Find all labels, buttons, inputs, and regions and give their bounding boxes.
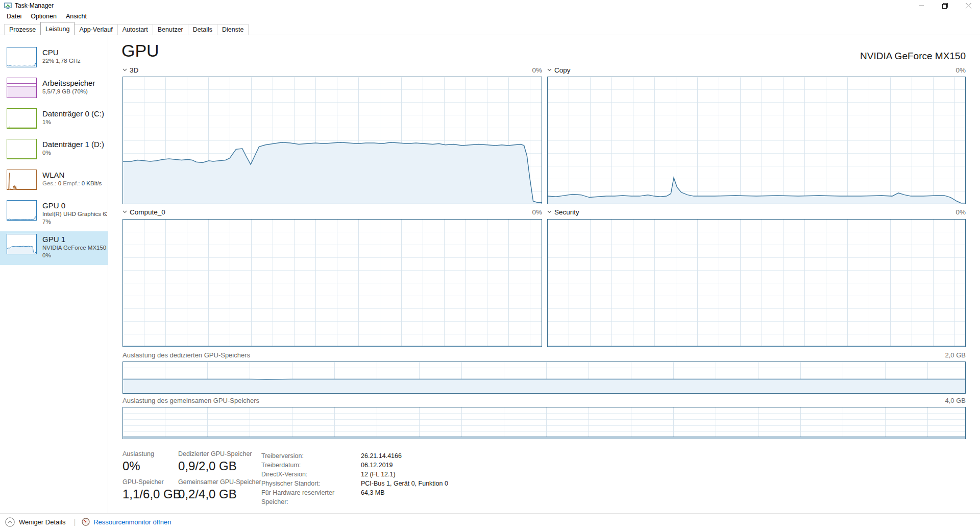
gpu-device-name: NVIDIA GeForce MX150 <box>860 51 966 62</box>
sidebar-cpu-title: CPU <box>42 47 107 57</box>
sidebar-item-disk0[interactable]: Datenträger 0 (C:) 1% <box>0 106 108 136</box>
tab-leistung[interactable]: Leistung <box>40 22 75 35</box>
sidebar-gpu0-percent: 7% <box>42 218 107 226</box>
page-title: GPU <box>121 41 159 61</box>
gpu1-thumbnail-chart <box>7 234 37 254</box>
hardware-reserved-memory-row: Für Hardware reservierter Speicher: 64,3… <box>261 488 448 507</box>
open-resource-monitor-link[interactable]: Ressourcenmonitor öffnen <box>82 518 171 526</box>
menu-ansicht[interactable]: Ansicht <box>61 12 91 21</box>
engine-selector-security[interactable]: Security <box>547 208 579 216</box>
engine-security-percent: 0% <box>955 208 966 216</box>
engine-compute0-percent: 0% <box>532 208 542 216</box>
chevron-down-icon <box>122 68 127 71</box>
chart-dedicated-memory[interactable] <box>122 362 966 394</box>
sidebar-wlan-sub: Ges.: 0 Empf.: 0 KBit/s <box>42 180 107 187</box>
shared-memory-max: 4,0 GB <box>945 397 966 405</box>
sidebar-gpu0-sub: Intel(R) UHD Graphics 620 <box>42 210 107 218</box>
sidebar-memory-sub: 5,5/7,9 GB (70%) <box>42 88 107 95</box>
footer-separator: | <box>74 518 76 526</box>
driver-version-row: Treiberversion: 26.21.14.4166 <box>261 451 448 461</box>
sidebar-item-cpu[interactable]: CPU 22% 1,78 GHz <box>0 44 108 75</box>
sidebar-gpu1-percent: 0% <box>42 252 107 259</box>
dedicated-memory-header: Auslastung des dedizierten GPU-Speichers… <box>122 351 966 359</box>
tab-autostart[interactable]: Autostart <box>117 24 153 35</box>
sidebar-memory-title: Arbeitsspeicher <box>42 78 107 88</box>
stats-column-3: Treiberversion: 26.21.14.4166 Treiberdat… <box>261 451 448 507</box>
memory-thumbnail-chart <box>7 78 37 98</box>
disk1-thumbnail-chart <box>7 139 37 159</box>
dedicated-memory-stat-label: Dedizierter GPU-Speicher <box>178 450 261 457</box>
chart-copy[interactable] <box>547 77 966 204</box>
disk0-thumbnail-chart <box>7 108 37 129</box>
directx-version-row: DirectX-Version: 12 (FL 12.1) <box>261 470 448 479</box>
sidebar-wlan-title: WLAN <box>42 170 107 180</box>
engine-header-copy: Copy 0% <box>547 65 966 75</box>
resource-monitor-gauge-icon <box>82 518 90 526</box>
engine-selector-copy[interactable]: Copy <box>547 66 571 74</box>
task-manager-app-icon <box>4 2 12 10</box>
menu-optionen[interactable]: Optionen <box>26 12 61 21</box>
tab-benutzer[interactable]: Benutzer <box>153 24 188 35</box>
tab-strip: Prozesse Leistung App-Verlauf Autostart … <box>0 21 980 35</box>
chevron-up-circle-icon <box>5 517 15 527</box>
sidebar-disk1-title: Datenträger 1 (D:) <box>42 139 107 149</box>
less-details-button[interactable]: Weniger Details <box>5 517 66 527</box>
tab-details[interactable]: Details <box>188 24 217 35</box>
sidebar-disk0-sub: 1% <box>42 118 107 126</box>
stats-column-1: Auslastung 0% GPU-Speicher 1,1/6,0 GB <box>122 450 181 501</box>
engine-3d-percent: 0% <box>532 66 542 74</box>
title-bar: Task-Manager <box>0 0 980 11</box>
driver-date-row: Treiberdatum: 06.12.2019 <box>261 461 448 470</box>
chart-shared-memory[interactable] <box>122 407 966 439</box>
engine-selector-3d[interactable]: 3D <box>122 66 138 74</box>
dedicated-memory-stat-value: 0,9/2,0 GB <box>178 459 261 473</box>
tab-app-verlauf[interactable]: App-Verlauf <box>74 24 117 35</box>
window-controls <box>910 0 980 11</box>
chart-security[interactable] <box>547 219 966 347</box>
gpu-memory-label: GPU-Speicher <box>122 478 181 486</box>
shared-memory-label: Auslastung des gemeinsamen GPU-Speichers <box>122 397 259 405</box>
performance-sidebar: CPU 22% 1,78 GHz Arbeitsspeicher 5,5/7,9… <box>0 35 108 513</box>
dedicated-memory-label: Auslastung des dedizierten GPU-Speichers <box>122 351 250 359</box>
tab-dienste[interactable]: Dienste <box>217 24 249 35</box>
chevron-down-icon <box>547 68 552 71</box>
sidebar-gpu1-title: GPU 1 <box>42 234 107 244</box>
chevron-down-icon <box>122 210 127 213</box>
sidebar-disk0-title: Datenträger 0 (C:) <box>42 109 107 118</box>
sidebar-item-disk1[interactable]: Datenträger 1 (D:) 0% <box>0 136 108 167</box>
shared-memory-header: Auslastung des gemeinsamen GPU-Speichers… <box>122 397 966 405</box>
gpu-memory-value: 1,1/6,0 GB <box>122 487 181 501</box>
physical-location-row: Physischer Standort: PCI-Bus 1, Gerät 0,… <box>261 479 448 488</box>
chart-compute0[interactable] <box>122 219 542 347</box>
close-button[interactable] <box>957 0 980 11</box>
engine-selector-compute0[interactable]: Compute_0 <box>122 208 165 216</box>
tab-prozesse[interactable]: Prozesse <box>4 24 41 35</box>
restore-button[interactable] <box>933 0 957 11</box>
sidebar-item-gpu0[interactable]: GPU 0 Intel(R) UHD Graphics 620 7% <box>0 198 108 231</box>
wlan-thumbnail-chart <box>7 170 37 190</box>
sidebar-item-wlan[interactable]: WLAN Ges.: 0 Empf.: 0 KBit/s <box>0 167 108 198</box>
shared-memory-stat-label: Gemeinsamer GPU-Speicher <box>178 478 261 486</box>
sidebar-gpu0-title: GPU 0 <box>42 201 107 210</box>
engine-header-compute0: Compute_0 0% <box>122 207 542 216</box>
shared-memory-stat-value: 0,2/4,0 GB <box>178 487 261 501</box>
resource-monitor-link-text: Ressourcenmonitor öffnen <box>93 518 171 526</box>
window-title: Task-Manager <box>15 2 54 9</box>
sidebar-item-memory[interactable]: Arbeitsspeicher 5,5/7,9 GB (70%) <box>0 75 108 106</box>
menu-datei[interactable]: Datei <box>2 12 26 21</box>
stats-column-2: Dedizierter GPU-Speicher 0,9/2,0 GB Geme… <box>178 450 261 501</box>
sidebar-item-gpu1[interactable]: GPU 1 NVIDIA GeForce MX150 0% <box>0 231 108 265</box>
sidebar-gpu1-sub: NVIDIA GeForce MX150 <box>42 244 107 252</box>
gpu0-thumbnail-chart <box>7 200 37 221</box>
minimize-icon <box>919 3 924 9</box>
sidebar-cpu-sub: 22% 1,78 GHz <box>42 57 107 65</box>
menu-bar: Datei Optionen Ansicht <box>0 11 980 21</box>
footer-bar: Weniger Details | Ressourcenmonitor öffn… <box>0 514 980 530</box>
dedicated-memory-max: 2,0 GB <box>945 351 966 359</box>
usage-label: Auslastung <box>122 450 181 457</box>
chart-3d[interactable] <box>122 77 542 204</box>
engine-header-security: Security 0% <box>547 207 966 216</box>
usage-value: 0% <box>122 459 181 473</box>
task-manager-window: Task-Manager Datei Optionen Ansicht Proz… <box>0 0 980 530</box>
minimize-button[interactable] <box>910 0 933 11</box>
